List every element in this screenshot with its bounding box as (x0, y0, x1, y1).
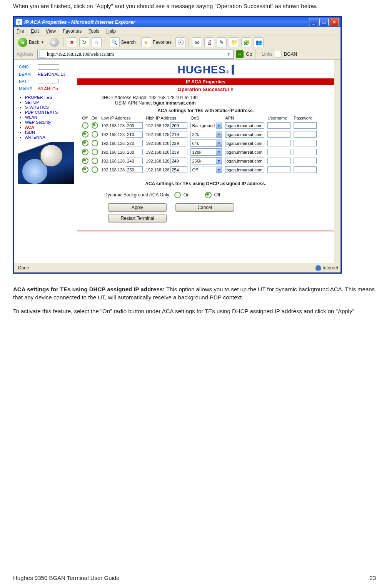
cancel-button[interactable]: Cancel (175, 203, 234, 212)
dyn-off-label: Off (214, 192, 220, 198)
menu-file[interactable]: File (17, 28, 24, 34)
url-field[interactable]: ▾ (37, 50, 234, 59)
on-radio[interactable] (92, 131, 98, 138)
qos-select[interactable]: 128k▼ (190, 148, 222, 156)
research-button[interactable]: 🧩 (241, 37, 251, 47)
menu-help[interactable]: Help (106, 28, 116, 34)
high-ip-input[interactable] (170, 149, 187, 155)
intro-text: When you are finished, click on "Apply" … (13, 2, 376, 10)
user-input[interactable] (267, 166, 290, 173)
nav-item[interactable]: ACA (25, 125, 76, 130)
off-radio[interactable] (82, 131, 88, 138)
dyn-on-radio[interactable] (174, 192, 181, 198)
mains-label: MAINS (19, 86, 37, 92)
on-radio[interactable] (92, 122, 98, 129)
qos-select[interactable]: 256k▼ (190, 157, 222, 164)
user-input[interactable] (267, 158, 290, 164)
nav-item[interactable]: STATISTICS (25, 105, 76, 110)
nav-item[interactable]: PROPERTIES (25, 95, 76, 100)
history-button[interactable]: 🕘 (175, 37, 185, 47)
pass-input[interactable] (294, 122, 317, 129)
low-ip-input[interactable] (126, 122, 143, 129)
nav-item[interactable]: SETUP (25, 100, 76, 105)
aca-table: Off On Low IP Address High IP Address Qo… (81, 115, 319, 174)
apn-input[interactable] (225, 131, 264, 138)
user-input[interactable] (267, 131, 290, 138)
on-radio[interactable] (92, 158, 98, 164)
batt-meter (38, 79, 58, 83)
user-input[interactable] (267, 122, 290, 129)
apn-input[interactable] (225, 166, 264, 173)
forward-button[interactable]: ► (48, 37, 60, 48)
pass-input[interactable] (294, 158, 317, 164)
nav-item[interactable]: ISDN (25, 130, 76, 135)
qos-select[interactable]: Background▼ (190, 122, 222, 129)
close-button[interactable]: × (330, 18, 339, 26)
menu-view[interactable]: View (46, 28, 56, 34)
pass-input[interactable] (294, 131, 317, 138)
qos-select[interactable]: 64k▼ (190, 140, 222, 147)
home-button[interactable]: ⌂ (92, 37, 102, 47)
discuss-button[interactable]: 📁 (229, 37, 239, 47)
qos-select[interactable]: 32k▼ (190, 131, 222, 138)
off-radio[interactable] (82, 122, 88, 129)
menu-favorites[interactable]: Favorites (63, 28, 82, 34)
mail-button[interactable]: ✉ (192, 37, 202, 47)
high-ip-input[interactable] (170, 140, 187, 146)
edit-button[interactable]: ✎ (217, 37, 227, 47)
beam-label: BEAM (19, 71, 37, 77)
nav-item[interactable]: WLAN (25, 115, 76, 120)
search-button[interactable]: 🔍Search (108, 37, 137, 48)
user-input[interactable] (267, 140, 290, 146)
high-ip-input[interactable] (170, 166, 187, 173)
restart-button[interactable]: Restart Terminal (108, 214, 167, 223)
high-ip-input[interactable] (170, 158, 187, 164)
menu-edit[interactable]: Edit (31, 28, 39, 34)
messenger-button[interactable]: 👥 (254, 37, 264, 47)
dyn-off-radio[interactable] (205, 192, 212, 198)
stop-button[interactable]: ✖ (67, 37, 77, 47)
on-radio[interactable] (92, 149, 98, 155)
qos-select[interactable]: Off▼ (190, 166, 222, 173)
nav-item[interactable]: WEP Security (25, 120, 76, 125)
col-low: Low IP Address (100, 115, 145, 121)
low-ip-input[interactable] (126, 131, 143, 138)
pass-input[interactable] (294, 166, 317, 173)
chevron-down-icon: ▼ (216, 149, 222, 155)
pass-input[interactable] (294, 140, 317, 146)
url-input[interactable] (46, 51, 225, 58)
apply-button[interactable]: Apply (108, 203, 167, 212)
high-ip-input[interactable] (170, 122, 187, 129)
minimize-button[interactable]: _ (309, 18, 318, 26)
url-dropdown-icon[interactable]: ▾ (225, 51, 232, 57)
menu-tools[interactable]: Tools (88, 28, 99, 34)
apn-input[interactable] (225, 122, 264, 129)
apn-input[interactable] (225, 149, 264, 155)
back-button[interactable]: ◄Back ▼ (17, 37, 46, 48)
high-ip-input[interactable] (170, 131, 187, 138)
off-radio[interactable] (82, 158, 88, 164)
print-button[interactable]: 🖨 (204, 37, 214, 47)
favorites-button[interactable]: ★Favorites (140, 37, 173, 48)
off-radio[interactable] (82, 149, 88, 155)
nav-item[interactable]: PDP CONTEXTS (25, 110, 76, 115)
maximize-button[interactable]: □ (319, 18, 329, 26)
pass-input[interactable] (294, 149, 317, 155)
low-ip-input[interactable] (126, 149, 143, 155)
link-bgan[interactable]: BGAN (284, 51, 297, 57)
refresh-button[interactable]: ↻ (79, 37, 89, 47)
apn-input[interactable] (225, 140, 264, 146)
nav-item[interactable]: ANTENNA (25, 135, 76, 140)
apn-input[interactable] (225, 158, 264, 164)
on-radio[interactable] (92, 140, 98, 146)
off-radio[interactable] (82, 166, 88, 173)
user-input[interactable] (267, 149, 290, 155)
low-ip-input[interactable] (126, 140, 143, 146)
low-ip-input[interactable] (126, 158, 143, 164)
on-radio[interactable] (92, 166, 98, 173)
off-radio[interactable] (82, 140, 88, 146)
hughes-logo: HUGHES® (177, 65, 234, 75)
go-button[interactable]: → (236, 50, 244, 58)
apn-name: USIM APN Name: bgan.inmarsat.com (115, 100, 334, 106)
low-ip-input[interactable] (126, 166, 143, 173)
